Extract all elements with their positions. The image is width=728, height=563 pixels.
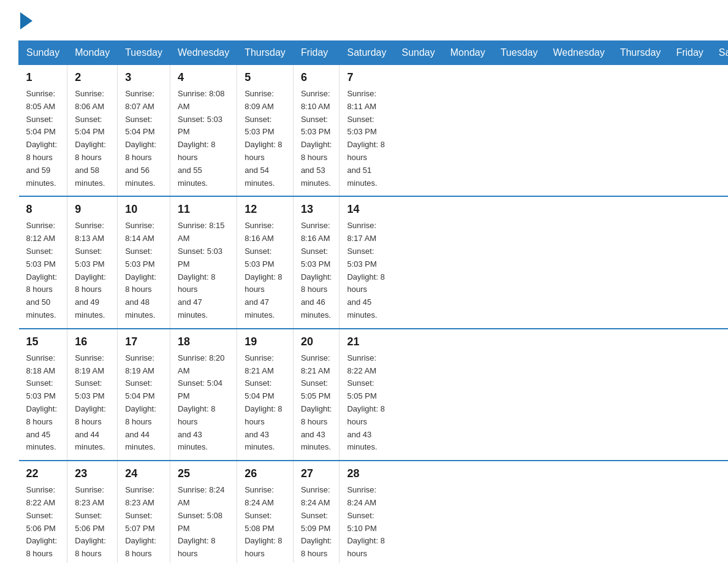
day-cell: 9 Sunrise: 8:13 AM Sunset: 5:03 PM Dayli… [67,196,118,328]
day-info: Sunrise: 8:21 AM Sunset: 5:05 PM Dayligh… [301,352,332,454]
day-cell: 1 Sunrise: 8:05 AM Sunset: 5:04 PM Dayli… [19,65,67,197]
calendar-header-row: SundayMondayTuesdayWednesdayThursdayFrid… [19,41,729,65]
logo-arrow-icon [20,12,32,29]
day-number: 9 [75,203,110,216]
day-cell: 5 Sunrise: 8:09 AM Sunset: 5:03 PM Dayli… [237,65,294,197]
day-info: Sunrise: 8:21 AM Sunset: 5:04 PM Dayligh… [245,352,286,454]
day-number: 5 [245,71,286,84]
day-number: 15 [26,335,60,348]
day-cell: 22 Sunrise: 8:22 AM Sunset: 5:06 PM Dayl… [19,461,67,563]
day-info: Sunrise: 8:05 AM Sunset: 5:04 PM Dayligh… [26,88,60,190]
col-header-sunday: Sunday [19,41,67,65]
page-header [18,12,710,28]
day-cell: 13 Sunrise: 8:16 AM Sunset: 5:03 PM Dayl… [293,196,339,328]
day-number: 8 [26,203,60,216]
day-info: Sunrise: 8:12 AM Sunset: 5:03 PM Dayligh… [26,220,60,321]
day-number: 6 [301,71,332,84]
day-info: Sunrise: 8:08 AM Sunset: 5:03 PM Dayligh… [178,88,229,190]
day-number: 13 [301,203,332,216]
day-cell: 26 Sunrise: 8:24 AM Sunset: 5:08 PM Dayl… [237,461,294,563]
day-info: Sunrise: 8:18 AM Sunset: 5:03 PM Dayligh… [26,352,60,454]
day-info: Sunrise: 8:06 AM Sunset: 5:04 PM Dayligh… [75,88,110,190]
day-number: 12 [245,203,286,216]
day-cell: 3 Sunrise: 8:07 AM Sunset: 5:04 PM Dayli… [118,65,170,197]
day-number: 2 [75,71,110,84]
day-info: Sunrise: 8:22 AM Sunset: 5:06 PM Dayligh… [26,484,60,563]
day-info: Sunrise: 8:11 AM Sunset: 5:03 PM Dayligh… [347,88,387,190]
day-number: 21 [347,335,387,348]
day-info: Sunrise: 8:17 AM Sunset: 5:03 PM Dayligh… [347,220,387,321]
day-number: 25 [178,467,229,480]
col-header-wednesday: Wednesday [170,41,237,65]
week-row-1: 1 Sunrise: 8:05 AM Sunset: 5:04 PM Dayli… [19,65,729,197]
day-info: Sunrise: 8:23 AM Sunset: 5:07 PM Dayligh… [125,484,162,563]
day-number: 10 [125,203,162,216]
day-number: 18 [178,335,229,348]
col-header-monday: Monday [67,41,118,65]
day-number: 4 [178,71,229,84]
day-cell: 28 Sunrise: 8:24 AM Sunset: 5:10 PM Dayl… [339,461,394,563]
col-header-friday: Friday [669,41,711,65]
day-number: 16 [75,335,110,348]
col-header-tuesday: Tuesday [493,41,545,65]
day-cell: 7 Sunrise: 8:11 AM Sunset: 5:03 PM Dayli… [339,65,394,197]
col-header-sunday: Sunday [394,41,442,65]
col-header-thursday: Thursday [237,41,294,65]
day-info: Sunrise: 8:09 AM Sunset: 5:03 PM Dayligh… [245,88,286,190]
day-info: Sunrise: 8:16 AM Sunset: 5:03 PM Dayligh… [301,220,332,321]
day-cell: 4 Sunrise: 8:08 AM Sunset: 5:03 PM Dayli… [170,65,237,197]
day-cell: 19 Sunrise: 8:21 AM Sunset: 5:04 PM Dayl… [237,329,294,461]
week-row-4: 22 Sunrise: 8:22 AM Sunset: 5:06 PM Dayl… [19,461,729,563]
day-number: 28 [347,467,387,480]
day-cell: 18 Sunrise: 8:20 AM Sunset: 5:04 PM Dayl… [170,329,237,461]
day-cell: 24 Sunrise: 8:23 AM Sunset: 5:07 PM Dayl… [118,461,170,563]
day-info: Sunrise: 8:13 AM Sunset: 5:03 PM Dayligh… [75,220,110,321]
day-info: Sunrise: 8:24 AM Sunset: 5:09 PM Dayligh… [301,484,332,563]
day-number: 27 [301,467,332,480]
week-row-3: 15 Sunrise: 8:18 AM Sunset: 5:03 PM Dayl… [19,329,729,461]
day-info: Sunrise: 8:19 AM Sunset: 5:04 PM Dayligh… [125,352,162,454]
day-number: 1 [26,71,60,84]
day-cell: 14 Sunrise: 8:17 AM Sunset: 5:03 PM Dayl… [339,196,394,328]
day-cell: 17 Sunrise: 8:19 AM Sunset: 5:04 PM Dayl… [118,329,170,461]
day-number: 23 [75,467,110,480]
day-info: Sunrise: 8:23 AM Sunset: 5:06 PM Dayligh… [75,484,110,563]
day-info: Sunrise: 8:22 AM Sunset: 5:05 PM Dayligh… [347,352,387,454]
day-cell: 8 Sunrise: 8:12 AM Sunset: 5:03 PM Dayli… [19,196,67,328]
day-number: 7 [347,71,387,84]
col-header-tuesday: Tuesday [118,41,170,65]
col-header-saturday: Saturday [711,41,728,65]
day-number: 17 [125,335,162,348]
day-info: Sunrise: 8:15 AM Sunset: 5:03 PM Dayligh… [178,220,229,321]
day-info: Sunrise: 8:24 AM Sunset: 5:08 PM Dayligh… [178,484,229,563]
day-number: 19 [245,335,286,348]
day-cell: 25 Sunrise: 8:24 AM Sunset: 5:08 PM Dayl… [170,461,237,563]
week-row-2: 8 Sunrise: 8:12 AM Sunset: 5:03 PM Dayli… [19,196,729,328]
day-cell: 27 Sunrise: 8:24 AM Sunset: 5:09 PM Dayl… [293,461,339,563]
day-info: Sunrise: 8:24 AM Sunset: 5:08 PM Dayligh… [245,484,286,563]
day-cell: 20 Sunrise: 8:21 AM Sunset: 5:05 PM Dayl… [293,329,339,461]
col-header-saturday: Saturday [339,41,394,65]
day-cell: 10 Sunrise: 8:14 AM Sunset: 5:03 PM Dayl… [118,196,170,328]
day-info: Sunrise: 8:07 AM Sunset: 5:04 PM Dayligh… [125,88,162,190]
day-cell: 21 Sunrise: 8:22 AM Sunset: 5:05 PM Dayl… [339,329,394,461]
day-number: 26 [245,467,286,480]
col-header-thursday: Thursday [612,41,669,65]
day-cell: 12 Sunrise: 8:16 AM Sunset: 5:03 PM Dayl… [237,196,294,328]
day-cell: 6 Sunrise: 8:10 AM Sunset: 5:03 PM Dayli… [293,65,339,197]
day-cell: 15 Sunrise: 8:18 AM Sunset: 5:03 PM Dayl… [19,329,67,461]
day-cell: 2 Sunrise: 8:06 AM Sunset: 5:04 PM Dayli… [67,65,118,197]
day-number: 20 [301,335,332,348]
day-number: 24 [125,467,162,480]
day-info: Sunrise: 8:16 AM Sunset: 5:03 PM Dayligh… [245,220,286,321]
day-number: 11 [178,203,229,216]
day-info: Sunrise: 8:20 AM Sunset: 5:04 PM Dayligh… [178,352,229,454]
calendar-table: SundayMondayTuesdayWednesdayThursdayFrid… [18,40,728,563]
day-number: 14 [347,203,387,216]
day-cell: 11 Sunrise: 8:15 AM Sunset: 5:03 PM Dayl… [170,196,237,328]
col-header-wednesday: Wednesday [545,41,612,65]
day-info: Sunrise: 8:10 AM Sunset: 5:03 PM Dayligh… [301,88,332,190]
day-number: 22 [26,467,60,480]
day-cell: 23 Sunrise: 8:23 AM Sunset: 5:06 PM Dayl… [67,461,118,563]
day-number: 3 [125,71,162,84]
